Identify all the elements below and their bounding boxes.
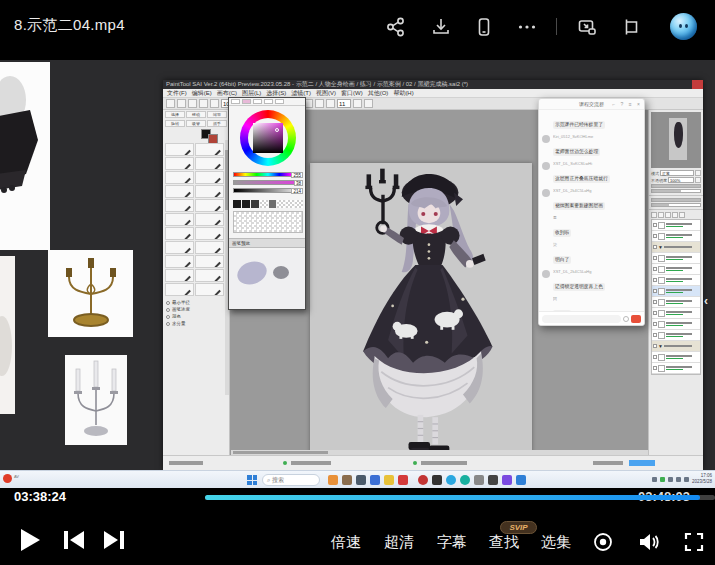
system-tray[interactable]: 17:06 2023/5/28	[652, 473, 712, 485]
sai-title-bar[interactable]: PaintTool SAI Ver.2 (64bit) Preview.2023…	[163, 80, 703, 89]
toolbar-toggle[interactable]	[353, 99, 362, 108]
taskbar-clock[interactable]: 17:06 2023/5/28	[692, 473, 712, 485]
toolbar-toggle[interactable]	[177, 99, 186, 108]
merge-layer-button[interactable]	[679, 212, 685, 218]
new-folder-button[interactable]	[658, 212, 664, 218]
taskbar-app-folder-icon[interactable]	[356, 475, 366, 485]
layer-row[interactable]	[652, 352, 700, 363]
menu-canvas[interactable]: 画布(C)	[217, 89, 237, 97]
brush-size-field[interactable]: 11	[337, 99, 351, 108]
color-tab[interactable]	[231, 99, 240, 104]
menu-filter[interactable]: 滤镜(T)	[291, 89, 311, 97]
value-slider[interactable]: 214	[233, 188, 303, 193]
slider[interactable]	[651, 203, 701, 207]
user-avatar[interactable]	[670, 13, 697, 40]
menu-layer[interactable]: 图层(L)	[242, 89, 261, 97]
recent-color-empty[interactable]	[286, 200, 294, 208]
panel-button[interactable]	[695, 177, 701, 183]
brush-preset[interactable]	[195, 255, 224, 268]
recent-color-empty[interactable]	[260, 200, 268, 208]
toolbar-toggle[interactable]	[364, 99, 373, 108]
chat-avatar[interactable]	[542, 270, 550, 278]
taskbar-app-icon[interactable]	[516, 475, 526, 485]
panel-button[interactable]	[695, 170, 701, 176]
layer-group-row[interactable]: ▼	[652, 341, 700, 352]
volume-icon[interactable]	[637, 531, 660, 553]
color-tab-active[interactable]	[242, 99, 251, 104]
chat-message-list[interactable]: 示范课件已经传群里了 Kiri_0512_SvKOHLme老师蕾丝边怎么处理 X…	[539, 110, 644, 326]
slider[interactable]	[651, 184, 701, 188]
menu-window[interactable]: 窗口(W)	[341, 89, 363, 97]
chat-window-buttons[interactable]: ⌐ ? ≡ ×	[612, 99, 642, 110]
chat-avatar[interactable]	[542, 162, 550, 170]
toolbar-toggle[interactable]	[188, 99, 197, 108]
brush-option[interactable]: 画笔浓度	[166, 306, 226, 313]
more-options-icon[interactable]	[516, 16, 538, 38]
find-button[interactable]: 查找	[489, 533, 519, 552]
menu-view[interactable]: 视图(V)	[316, 89, 336, 97]
download-icon[interactable]	[430, 16, 452, 38]
taskbar-app-icon[interactable]	[488, 475, 498, 485]
brush-preset[interactable]	[195, 143, 224, 156]
layer-row[interactable]	[652, 253, 700, 264]
share-icon[interactable]	[385, 16, 407, 38]
video-frame-desktop[interactable]: PaintTool SAI Ver.2 (64bit) Preview.2023…	[0, 60, 715, 488]
fullscreen-icon[interactable]	[683, 531, 705, 553]
canvas-artboard[interactable]	[310, 163, 532, 455]
brush-preset[interactable]	[165, 283, 194, 296]
tool-button[interactable]: 选择	[165, 111, 185, 118]
brush-preset[interactable]	[195, 283, 224, 296]
recent-color[interactable]	[269, 200, 277, 208]
send-button[interactable]	[631, 315, 641, 323]
chat-avatar[interactable]	[542, 135, 550, 143]
delete-layer-button[interactable]	[672, 212, 678, 218]
next-episode-button[interactable]	[102, 530, 126, 550]
layer-row[interactable]	[652, 220, 700, 231]
panel-collapse-chevron[interactable]: ‹	[704, 294, 708, 308]
opacity-value[interactable]: 100%	[668, 177, 694, 183]
brush-preset[interactable]	[195, 185, 224, 198]
windows-start-icon[interactable]	[247, 475, 257, 485]
settings-icon[interactable]	[592, 531, 614, 553]
brush-preset[interactable]	[165, 157, 194, 170]
taskbar-app-browser-icon[interactable]	[446, 475, 456, 485]
recent-color[interactable]	[251, 200, 259, 208]
taskbar-app-icon[interactable]	[342, 475, 352, 485]
quality-button[interactable]: 超清	[384, 533, 414, 552]
sai-close-button[interactable]	[692, 80, 703, 89]
layer-row[interactable]	[652, 308, 700, 319]
navigator-thumbnail[interactable]	[651, 112, 701, 168]
recent-color-empty[interactable]	[295, 200, 303, 208]
color-tab[interactable]	[264, 99, 273, 104]
taskbar-app-icon[interactable]	[370, 475, 380, 485]
notification-badge-icon[interactable]	[3, 474, 12, 483]
taskbar-app-sai-icon[interactable]	[328, 475, 338, 485]
menu-edit[interactable]: 编辑(E)	[192, 89, 212, 97]
blend-mode-select[interactable]: 正常	[660, 170, 694, 176]
menu-help[interactable]: 帮助(H)	[393, 89, 413, 97]
clear-layer-button[interactable]	[665, 212, 671, 218]
tool-button[interactable]: 移动	[186, 111, 206, 118]
taskbar-app-icon[interactable]	[398, 475, 408, 485]
recent-color[interactable]	[242, 200, 250, 208]
mini-window-icon[interactable]	[620, 16, 642, 38]
layer-row[interactable]	[652, 297, 700, 308]
brush-option[interactable]: 最小半径	[166, 299, 226, 306]
brush-option[interactable]: 混色	[166, 313, 226, 320]
toolbar-toggle[interactable]	[166, 99, 175, 108]
layer-row-selected[interactable]	[652, 286, 700, 297]
color-swatch-pair[interactable]	[163, 128, 229, 142]
brush-preset[interactable]	[165, 185, 194, 198]
flip-button[interactable]	[326, 99, 335, 108]
layer-row[interactable]	[652, 264, 700, 275]
brush-preset[interactable]	[165, 213, 194, 226]
tool-button[interactable]: 缩放	[207, 111, 227, 118]
brush-option[interactable]: 水分量	[166, 320, 226, 327]
taskbar-app-icon[interactable]	[474, 475, 484, 485]
brush-preset[interactable]	[165, 227, 194, 240]
taskbar-app-icon[interactable]	[418, 475, 428, 485]
playback-speed-button[interactable]: 倍速	[331, 533, 361, 552]
mobile-device-icon[interactable]	[473, 16, 495, 38]
emoji-icon[interactable]	[623, 316, 629, 322]
saturation-slider[interactable]: 38	[233, 180, 303, 185]
